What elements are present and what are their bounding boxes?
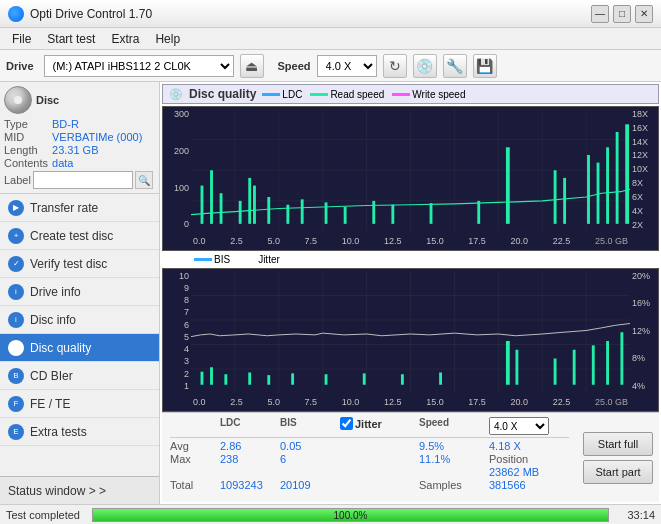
top-chart-svg [191,109,630,232]
svg-rect-56 [401,374,404,385]
svg-rect-55 [363,373,366,384]
disc-label-row: Label 🔍 [4,171,155,189]
svg-rect-30 [587,155,590,224]
speed-select[interactable]: 4.0 X [317,55,377,77]
stats-header: LDC BIS Jitter Speed 4.0 X [170,417,569,438]
nav-fe-te[interactable]: F FE / TE [0,390,159,418]
menu-help[interactable]: Help [147,30,188,48]
svg-rect-61 [573,349,576,384]
svg-rect-19 [286,205,289,224]
legend-jitter: Jitter [238,254,280,265]
svg-rect-21 [325,202,328,223]
max-jitter: 11.1% [419,453,489,465]
main-layout: Disc Type BD-R MID VERBATIMe (000) Lengt… [0,82,661,504]
toolbar: Drive (M:) ATAPI iHBS112 2 CL0K ⏏ Speed … [0,50,661,82]
write-speed-color [392,93,410,96]
position-value: 23862 MB [489,466,569,478]
stats-area: LDC BIS Jitter Speed 4.0 X [162,412,659,502]
svg-rect-57 [439,372,442,384]
stats-position-row: 23862 MB [170,466,569,478]
svg-rect-13 [210,170,213,224]
jitter-checkbox-input[interactable] [340,417,353,430]
bottom-chart-legend-bar: BIS Jitter [162,253,659,266]
position-label: Position [489,453,569,465]
extra-tests-icon: E [8,424,24,440]
bottom-y-axis-left: 10987654321 [163,269,191,394]
bottom-chart-svg [191,271,630,394]
samples-label: Samples [419,479,489,491]
progress-bar: 100.0% [92,508,609,522]
chart-disc-icon: 💿 [169,88,183,101]
bottom-x-axis: 0.02.55.07.510.012.515.017.520.022.525.0… [191,393,630,411]
title-bar-left: Opti Drive Control 1.70 [8,6,152,22]
label-input[interactable] [33,171,133,189]
svg-rect-24 [391,205,394,224]
minimize-button[interactable]: — [591,5,609,23]
label-search-button[interactable]: 🔍 [135,171,153,189]
settings-button[interactable]: 🔧 [443,54,467,78]
menu-start-test[interactable]: Start test [39,30,103,48]
nav-verify-test-disc[interactable]: ✓ Verify test disc [0,250,159,278]
chart-container: 3002001000 18X16X14X12X10X8X6X4X2X [162,106,659,412]
svg-rect-17 [253,186,256,224]
nav-disc-quality[interactable]: ★ Disc quality [0,334,159,362]
length-value: 23.31 GB [52,144,155,156]
disc-info-grid: Type BD-R MID VERBATIMe (000) Length 23.… [4,118,155,169]
fe-te-icon: F [8,396,24,412]
avg-bis: 0.05 [280,440,340,452]
disc-button[interactable]: 💿 [413,54,437,78]
menu-file[interactable]: File [4,30,39,48]
svg-rect-52 [267,375,270,385]
svg-rect-31 [597,163,600,224]
col-speed-select[interactable]: 4.0 X [489,417,569,435]
nav-transfer-rate[interactable]: ▶ Transfer rate [0,194,159,222]
svg-rect-63 [606,341,609,385]
nav-drive-info[interactable]: i Drive info [0,278,159,306]
avg-jitter: 9.5% [419,440,489,452]
speed-select-stats[interactable]: 4.0 X [489,417,549,435]
drive-info-icon: i [8,284,24,300]
total-bis: 20109 [280,479,340,491]
nav-extra-tests[interactable]: E Extra tests [0,418,159,446]
start-full-button[interactable]: Start full [583,432,653,456]
transfer-rate-icon: ▶ [8,200,24,216]
refresh-button[interactable]: ↻ [383,54,407,78]
max-ldc: 238 [220,453,280,465]
nav-transfer-rate-label: Transfer rate [30,201,98,215]
type-label: Type [4,118,48,130]
menu-extra[interactable]: Extra [103,30,147,48]
mid-value: VERBATIMe (000) [52,131,155,143]
status-window-button[interactable]: Status window > > [0,476,159,504]
nav-create-test-disc[interactable]: + Create test disc [0,222,159,250]
window-controls[interactable]: — □ ✕ [591,5,653,23]
ldc-color [262,93,280,96]
svg-rect-54 [325,374,328,385]
nav-disc-info-label: Disc info [30,313,76,327]
disc-label: Disc [36,94,59,106]
legend-write-speed: Write speed [392,89,465,100]
maximize-button[interactable]: □ [613,5,631,23]
total-label: Total [170,479,220,491]
legend-bis: BIS [194,254,230,265]
total-ldc: 1093243 [220,479,280,491]
bis-color [194,258,212,261]
start-part-button[interactable]: Start part [583,460,653,484]
close-button[interactable]: ✕ [635,5,653,23]
nav-disc-quality-label: Disc quality [30,341,91,355]
svg-rect-62 [592,345,595,384]
jitter-checkbox-label[interactable]: Jitter [340,417,419,430]
nav-disc-info[interactable]: i Disc info [0,306,159,334]
length-label: Length [4,144,48,156]
time-display: 33:14 [615,509,655,521]
eject-button[interactable]: ⏏ [240,54,264,78]
nav-cd-bier[interactable]: B CD BIer [0,362,159,390]
svg-rect-58 [506,341,510,385]
col-jitter-check: Jitter [340,417,419,435]
nav-verify-test-disc-label: Verify test disc [30,257,107,271]
contents-value: data [52,157,155,169]
svg-rect-59 [515,349,518,384]
drive-select[interactable]: (M:) ATAPI iHBS112 2 CL0K [44,55,234,77]
svg-rect-20 [301,199,304,224]
bottom-y-axis-right: 20%16%12%8%4% [630,269,658,394]
save-button[interactable]: 💾 [473,54,497,78]
